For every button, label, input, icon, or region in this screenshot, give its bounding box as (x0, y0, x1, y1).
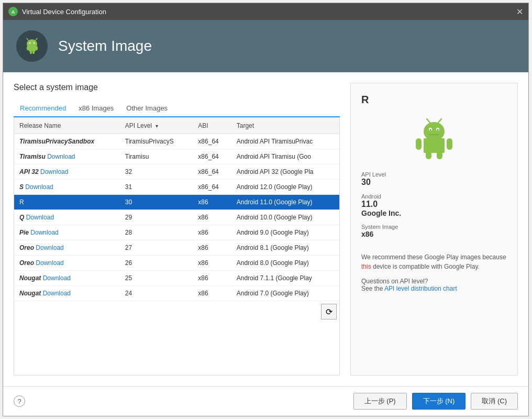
svg-point-13 (424, 122, 445, 141)
android-label: Android (361, 193, 507, 200)
image-table: Release Name API Level ▾ ABI Target Tira… (14, 118, 339, 301)
svg-rect-20 (424, 138, 445, 153)
cell-target: Android 8.1 (Google Play) (231, 240, 339, 256)
cell-api-level: 30 (120, 195, 193, 210)
refresh-button[interactable]: ⟳ (321, 304, 337, 319)
svg-rect-21 (416, 138, 422, 150)
download-link[interactable]: Download (36, 259, 63, 267)
cell-api-level: Tiramisu (120, 149, 193, 164)
cell-target: Android 12.0 (Google Play) (231, 180, 339, 195)
android-icon (413, 114, 455, 161)
cancel-button[interactable]: 取消 (C) (471, 393, 518, 410)
cell-release-name: TiramisuPrivacySandbox (14, 134, 120, 149)
detail-letter: R (361, 94, 507, 106)
cell-abi: x86 (193, 286, 231, 301)
cell-api-level: 24 (120, 286, 193, 301)
table-row[interactable]: Q Download29x86Android 10.0 (Google Play… (14, 210, 339, 225)
svg-line-18 (427, 119, 430, 123)
api-level-detail: API Level 30 (361, 171, 507, 187)
help-button[interactable]: ? (14, 395, 25, 407)
svg-point-17 (437, 129, 439, 131)
cell-target: Android 8.0 (Google Play) (231, 256, 339, 271)
cell-abi: x86 (193, 271, 231, 286)
svg-point-16 (430, 129, 431, 131)
table-row[interactable]: S Download31x86_64Android 12.0 (Google P… (14, 180, 339, 195)
table-row[interactable]: R30x86Android 11.0 (Google Play) (14, 195, 339, 210)
download-link[interactable]: Download (40, 168, 68, 175)
tab-other[interactable]: Other Images (120, 100, 174, 117)
tab-recommended[interactable]: Recommended (14, 100, 72, 117)
cell-release-name: R (14, 195, 120, 210)
api-level-chart-link[interactable]: API level distribution chart (384, 285, 457, 292)
cell-target: Android 9.0 (Google Play) (231, 225, 339, 240)
close-button[interactable]: ✕ (516, 7, 523, 17)
cell-api-level: 28 (120, 225, 193, 240)
download-link[interactable]: Download (43, 274, 71, 282)
svg-rect-10 (32, 50, 35, 54)
recommend-text-part2: device is compatible with Google Play. (371, 263, 480, 270)
table-bottom: ⟳ (14, 301, 339, 322)
table-row[interactable]: Oreo Download26x86Android 8.0 (Google Pl… (14, 256, 339, 271)
api-level-label: API Level (361, 171, 507, 178)
col-abi: ABI (193, 118, 231, 134)
svg-line-19 (438, 119, 441, 123)
cell-target: Android 10.0 (Google Play) (231, 210, 339, 225)
main-window: A Virtual Device Configuration ✕ (3, 3, 529, 416)
next-button[interactable]: 下一步 (N) (412, 393, 466, 410)
table-row[interactable]: API 32 Download32x86_64Android API 32 (G… (14, 164, 339, 180)
cell-abi: x86 (193, 256, 231, 271)
tab-x86[interactable]: x86 Images (72, 100, 120, 117)
download-link[interactable]: Download (30, 229, 58, 236)
tabs-container: Recommended x86 Images Other Images (14, 100, 340, 117)
page-title: Select a system image (14, 83, 340, 92)
cell-api-level: TiramisuPrivacyS (120, 134, 193, 149)
cell-target: Android 11.0 (Google Play) (231, 195, 339, 210)
download-link[interactable]: Download (43, 290, 71, 297)
cell-release-name: Oreo Download (14, 256, 120, 271)
header-logo (16, 30, 48, 62)
cell-abi: x86 (193, 210, 231, 225)
download-link[interactable]: Download (25, 183, 53, 191)
cell-release-name: Q Download (14, 210, 120, 225)
download-link[interactable]: Download (36, 244, 63, 251)
svg-point-5 (33, 42, 35, 43)
table-header-row: Release Name API Level ▾ ABI Target (14, 118, 339, 134)
cell-target: Android API Tiramisu (Goo (231, 149, 339, 164)
cell-abi: x86_64 (193, 164, 231, 180)
download-link[interactable]: Download (47, 153, 75, 160)
cell-abi: x86_64 (193, 134, 231, 149)
table-body: TiramisuPrivacySandboxTiramisuPrivacySx8… (14, 134, 339, 301)
cell-api-level: 29 (120, 210, 193, 225)
svg-rect-24 (437, 151, 442, 159)
table-row[interactable]: Nougat Download24x86Android 7.0 (Google … (14, 286, 339, 301)
app-icon: A (8, 7, 18, 16)
cell-abi: x86 (193, 195, 231, 210)
col-release-name: Release Name (14, 118, 120, 134)
api-see-container: See the API level distribution chart (361, 285, 507, 292)
cell-abi: x86 (193, 240, 231, 256)
table-row[interactable]: Oreo Download27x86Android 8.1 (Google Pl… (14, 240, 339, 256)
table-row[interactable]: TiramisuPrivacySandboxTiramisuPrivacySx8… (14, 134, 339, 149)
svg-point-4 (29, 42, 30, 43)
cell-release-name: Oreo Download (14, 240, 120, 256)
content-area: Select a system image Recommended x86 Im… (3, 72, 528, 386)
table-row[interactable]: Pie Download28x86Android 9.0 (Google Pla… (14, 225, 339, 240)
vendor-value: Google Inc. (361, 209, 507, 217)
table-row[interactable]: Nougat Download25x86Android 7.1.1 (Googl… (14, 271, 339, 286)
svg-rect-8 (29, 46, 36, 51)
cell-api-level: 32 (120, 164, 193, 180)
detail-panel: R (350, 83, 518, 376)
left-panel: Select a system image Recommended x86 Im… (14, 83, 340, 376)
cell-target: Android 7.0 (Google Play) (231, 286, 339, 301)
back-button[interactable]: 上一步 (P) (353, 393, 407, 410)
svg-rect-23 (426, 151, 431, 159)
system-image-detail: System Image x86 (361, 224, 507, 238)
col-target: Target (231, 118, 339, 134)
cell-api-level: 27 (120, 240, 193, 256)
svg-rect-9 (30, 50, 32, 54)
download-link[interactable]: Download (26, 214, 54, 221)
table-row[interactable]: Tiramisu DownloadTiramisux86_64Android A… (14, 149, 339, 164)
svg-text:A: A (12, 9, 15, 15)
recommend-text-part1: We recommend these Google Play images be… (361, 253, 506, 261)
col-api-level[interactable]: API Level ▾ (120, 118, 193, 134)
